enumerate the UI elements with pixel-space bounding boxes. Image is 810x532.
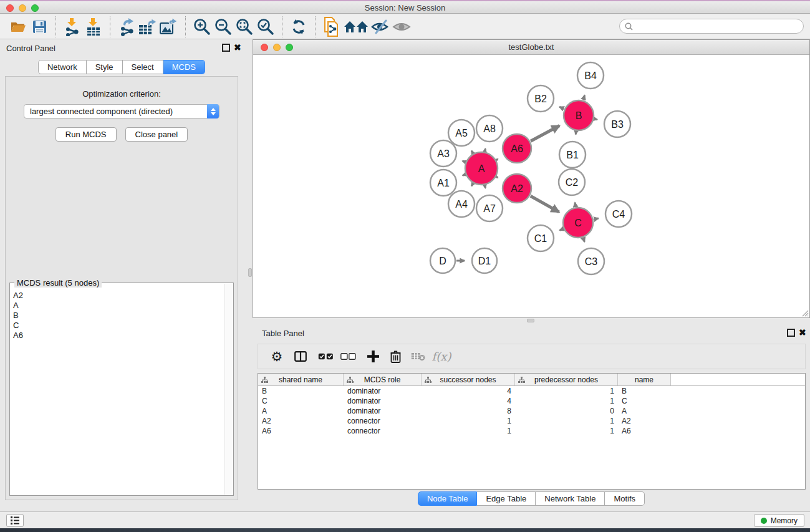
table-settings-button[interactable]: ⚙ xyxy=(266,346,288,367)
result-item[interactable]: B xyxy=(13,311,224,321)
network-graph[interactable]: B4B2BB3A5A8A6B1A3AA1C2A2A4A7C4CC1C3DD1 xyxy=(253,55,809,317)
node-A1[interactable]: A1 xyxy=(430,170,456,196)
edge-B-B1[interactable] xyxy=(576,132,576,135)
zoom-fit-button[interactable] xyxy=(234,17,255,37)
network-window-titlebar[interactable]: testGlobe.txt xyxy=(253,40,809,55)
open-session-button[interactable] xyxy=(7,17,29,37)
mcds-result-list[interactable]: A2ABCA6 xyxy=(10,287,224,495)
close-panel-icon[interactable]: ✖ xyxy=(234,44,242,52)
column-header-predecessor-nodes[interactable]: predecessor nodes xyxy=(515,374,618,385)
tab-network[interactable]: Network xyxy=(38,60,87,74)
memory-button[interactable]: Memory xyxy=(754,514,804,527)
result-item[interactable]: C xyxy=(13,321,224,331)
search-input[interactable] xyxy=(636,22,792,31)
float-panel-icon[interactable] xyxy=(222,44,230,52)
node-A[interactable]: A xyxy=(465,152,498,185)
column-header-name[interactable]: name xyxy=(618,374,671,385)
vertical-scrollbar-thumb[interactable] xyxy=(248,268,252,277)
zoom-out-button[interactable] xyxy=(213,17,234,37)
unselect-all-columns-button[interactable] xyxy=(337,346,359,367)
tab-node-table[interactable]: Node Table xyxy=(418,491,478,506)
edge-A-A3[interactable] xyxy=(463,161,465,162)
node-A7[interactable]: A7 xyxy=(476,195,503,221)
zoom-selected-button[interactable] xyxy=(255,17,276,37)
result-item[interactable]: A6 xyxy=(13,331,224,341)
edge-A-A8[interactable] xyxy=(485,148,486,151)
edge-C-C3[interactable] xyxy=(583,238,584,242)
home-button[interactable] xyxy=(342,17,370,37)
node-D1[interactable]: D1 xyxy=(472,248,497,273)
apply-layout-button[interactable] xyxy=(288,17,309,37)
edge-B-B4[interactable] xyxy=(583,95,584,100)
result-scrollbar-track[interactable] xyxy=(224,284,233,495)
resize-grip[interactable] xyxy=(800,308,809,317)
node-A3[interactable]: A3 xyxy=(430,140,456,167)
close-panel-button[interactable]: Close panel xyxy=(125,127,188,142)
show-panel-button[interactable] xyxy=(391,17,412,37)
node-B2[interactable]: B2 xyxy=(528,85,554,112)
export-table-button[interactable] xyxy=(137,17,158,37)
search-field[interactable] xyxy=(619,19,804,34)
node-C4[interactable]: C4 xyxy=(605,201,632,227)
edge-A-A6[interactable] xyxy=(496,159,498,160)
select-all-columns-button[interactable] xyxy=(314,346,337,367)
tab-network-table[interactable]: Network Table xyxy=(536,491,605,506)
function-builder-button[interactable]: f(x) xyxy=(430,346,453,367)
table-row[interactable]: Bdominator41B xyxy=(258,386,805,396)
tab-style[interactable]: Style xyxy=(87,60,123,74)
column-header-MCDS-role[interactable]: MCDS role xyxy=(344,374,422,385)
node-A2[interactable]: A2 xyxy=(503,174,531,203)
duplicate-network-button[interactable] xyxy=(321,17,342,37)
table-row[interactable]: Adominator80A xyxy=(258,406,805,416)
node-A4[interactable]: A4 xyxy=(448,191,475,217)
task-history-button[interactable] xyxy=(6,514,24,527)
tab-mcds[interactable]: MCDS xyxy=(163,60,205,74)
node-C2[interactable]: C2 xyxy=(559,169,585,195)
node-B[interactable]: B xyxy=(564,100,594,130)
node-B1[interactable]: B1 xyxy=(559,142,586,168)
node-B3[interactable]: B3 xyxy=(604,111,630,137)
edge-B-B2[interactable] xyxy=(559,107,564,109)
save-session-button[interactable] xyxy=(29,17,50,37)
hide-panel-button[interactable] xyxy=(370,17,391,37)
export-image-button[interactable] xyxy=(158,17,180,37)
tab-edge-table[interactable]: Edge Table xyxy=(477,491,536,506)
column-header-successor-nodes[interactable]: successor nodes xyxy=(422,374,515,385)
network-canvas[interactable]: B4B2BB3A5A8A6B1A3AA1C2A2A4A7C4CC1C3DD1 xyxy=(253,55,809,317)
table-row[interactable]: Cdominator41C xyxy=(258,396,805,406)
edge-C-C4[interactable] xyxy=(594,218,598,220)
node-A5[interactable]: A5 xyxy=(448,120,475,146)
result-item[interactable]: A2 xyxy=(13,291,224,301)
node-C[interactable]: C xyxy=(563,208,593,238)
import-table-button[interactable] xyxy=(83,17,104,37)
zoom-in-button[interactable] xyxy=(191,17,213,37)
import-network-button[interactable] xyxy=(62,17,83,37)
node-C1[interactable]: C1 xyxy=(528,225,554,251)
column-header-shared-name[interactable]: shared name xyxy=(258,374,344,385)
table-row[interactable]: A6connector11A6 xyxy=(258,426,805,436)
table-float-panel-icon[interactable] xyxy=(787,329,795,337)
node-C3[interactable]: C3 xyxy=(578,248,604,274)
node-A6[interactable]: A6 xyxy=(503,134,531,163)
show-columns-button[interactable] xyxy=(289,346,312,367)
export-network-button[interactable] xyxy=(116,17,137,37)
tab-motifs[interactable]: Motifs xyxy=(605,491,645,506)
edge-C-C2[interactable] xyxy=(575,203,576,207)
result-item[interactable]: A xyxy=(13,301,224,311)
edge-C-C1[interactable] xyxy=(559,229,563,230)
table-close-panel-icon[interactable]: ✖ xyxy=(799,329,807,337)
optimization-criterion-select[interactable]: largest connected component (directed) xyxy=(24,104,219,118)
tab-select[interactable]: Select xyxy=(123,60,163,74)
node-D[interactable]: D xyxy=(430,248,455,273)
edge-A6-B[interactable] xyxy=(531,126,559,142)
horizontal-scrollbar-thumb[interactable] xyxy=(527,319,534,322)
edge-A-A4[interactable] xyxy=(471,183,473,186)
run-mcds-button[interactable]: Run MCDS xyxy=(55,127,117,142)
delete-table-button[interactable] xyxy=(407,346,429,367)
edge-A2-C[interactable] xyxy=(531,196,559,212)
node-A8[interactable]: A8 xyxy=(476,115,503,142)
edge-A-A7[interactable] xyxy=(485,185,486,188)
edge-A-A5[interactable] xyxy=(471,151,473,153)
edge-B-B3[interactable] xyxy=(594,119,597,120)
node-B4[interactable]: B4 xyxy=(577,62,604,89)
